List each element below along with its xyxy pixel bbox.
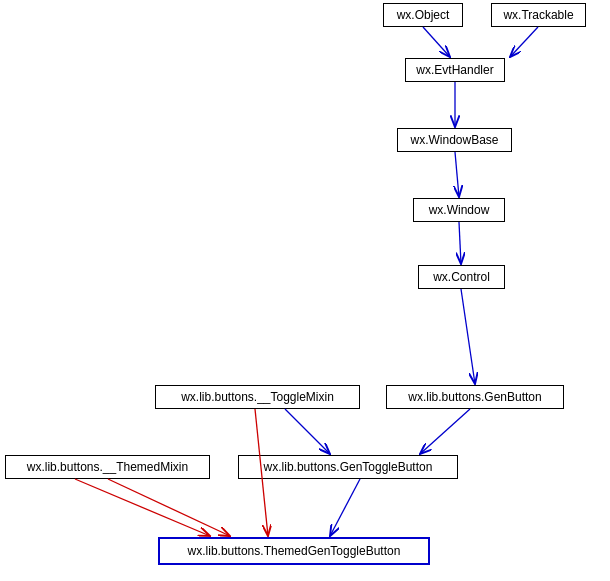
- svg-line-7: [285, 409, 330, 454]
- node-wx-evthandler[interactable]: wx.EvtHandler: [405, 58, 505, 82]
- svg-line-4: [459, 222, 461, 264]
- svg-line-11: [75, 479, 210, 536]
- node-wx-lib-gentogglebutton[interactable]: wx.lib.buttons.GenToggleButton: [238, 455, 458, 479]
- arrows-svg: [0, 0, 610, 581]
- svg-line-6: [420, 409, 470, 454]
- node-wx-control[interactable]: wx.Control: [418, 265, 505, 289]
- node-wx-windowbase[interactable]: wx.WindowBase: [397, 128, 512, 152]
- node-wx-lib-themedgentogglebutton[interactable]: wx.lib.buttons.ThemedGenToggleButton: [158, 537, 430, 565]
- node-wx-window[interactable]: wx.Window: [413, 198, 505, 222]
- svg-line-3: [455, 152, 459, 197]
- svg-line-1: [510, 27, 538, 57]
- node-wx-object[interactable]: wx.Object: [383, 3, 463, 27]
- node-wx-lib-genbutton[interactable]: wx.lib.buttons.GenButton: [386, 385, 564, 409]
- svg-line-0: [423, 27, 450, 57]
- svg-line-8: [330, 479, 360, 536]
- node-wx-lib-togglemixin[interactable]: wx.lib.buttons.__ToggleMixin: [155, 385, 360, 409]
- node-wx-trackable[interactable]: wx.Trackable: [491, 3, 586, 27]
- node-wx-lib-themedmixin[interactable]: wx.lib.buttons.__ThemedMixin: [5, 455, 210, 479]
- svg-line-9: [108, 479, 230, 536]
- svg-line-5: [461, 289, 475, 384]
- diagram-container: wx.Object wx.Trackable wx.EvtHandler wx.…: [0, 0, 610, 581]
